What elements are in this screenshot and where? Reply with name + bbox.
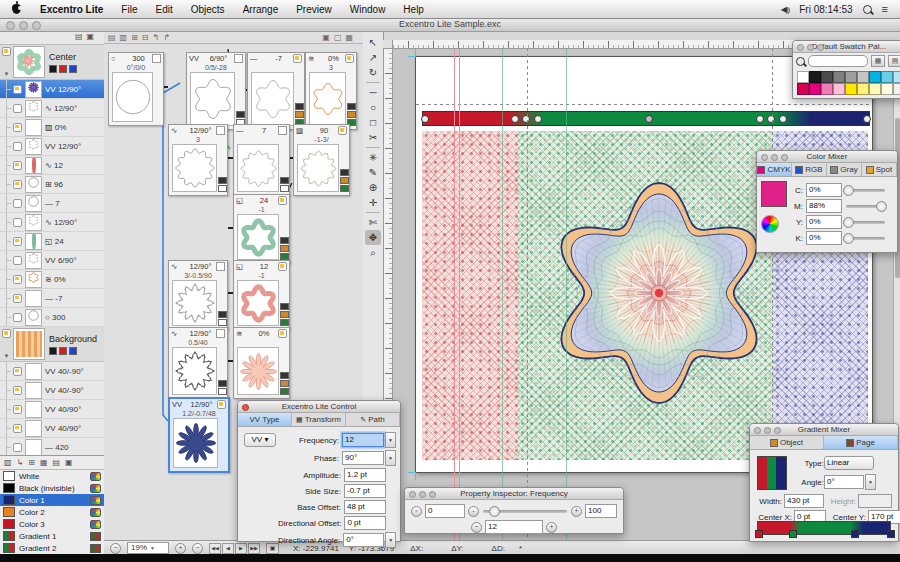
zoom-button[interactable] bbox=[32, 21, 41, 30]
swatch[interactable] bbox=[881, 83, 893, 95]
layer-group-center[interactable]: ▼Center bbox=[0, 45, 104, 80]
group-visibility-toggle[interactable] bbox=[2, 47, 11, 56]
card-checkbox[interactable] bbox=[152, 54, 161, 63]
gradient-stop-handle[interactable] bbox=[421, 115, 429, 123]
layer-row[interactable]: ▨ 0% bbox=[0, 118, 104, 137]
swatch[interactable] bbox=[821, 71, 833, 83]
node-tool-1[interactable]: ▥ bbox=[120, 33, 128, 42]
group-visibility-toggle[interactable] bbox=[2, 329, 11, 338]
zoom-tool[interactable]: ⌕ bbox=[365, 245, 381, 260]
card-checkbox[interactable] bbox=[216, 126, 225, 135]
color-chip[interactable] bbox=[69, 65, 77, 73]
colors-toolbar-icon-3[interactable]: ▦ bbox=[40, 458, 48, 467]
line-tool[interactable]: ─ bbox=[365, 85, 381, 100]
swatch[interactable] bbox=[893, 83, 900, 95]
layer-visibility-toggle[interactable] bbox=[13, 180, 22, 189]
knife-tool[interactable]: ✄ bbox=[365, 215, 381, 230]
control-value-field[interactable]: 0° bbox=[343, 533, 384, 547]
slider-thumb[interactable] bbox=[489, 506, 500, 517]
swatch[interactable] bbox=[809, 83, 821, 95]
swatch[interactable] bbox=[797, 83, 809, 95]
gradient-width-field[interactable]: 430 pt bbox=[784, 494, 824, 508]
zoom-in-button[interactable]: + bbox=[175, 543, 186, 554]
scissors-tool[interactable]: ✂ bbox=[365, 130, 381, 145]
ellipse-tool[interactable]: ○ bbox=[365, 100, 381, 115]
notification-center-icon[interactable]: ≡ bbox=[882, 3, 888, 15]
node-card-0[interactable]: ○3000°/0/0 bbox=[108, 52, 164, 126]
curve-type-dropdown[interactable]: VV ▾ bbox=[244, 433, 276, 447]
tab-transform[interactable]: ▦Transform bbox=[292, 413, 346, 426]
control-value-field[interactable]: 0 pt bbox=[344, 516, 386, 530]
gradient-stop-handle[interactable] bbox=[863, 115, 871, 123]
gradient-stop-handle[interactable] bbox=[511, 115, 519, 123]
layer-visibility-toggle[interactable] bbox=[13, 161, 22, 170]
zoom-level-field[interactable]: 19%▼ bbox=[127, 542, 169, 554]
layer-visibility-toggle[interactable] bbox=[13, 199, 22, 208]
tab-path[interactable]: ✎Path bbox=[346, 413, 400, 426]
menu-app[interactable]: Excentro Lite bbox=[31, 1, 112, 18]
color-chip[interactable] bbox=[69, 347, 77, 355]
gradient-strip-object[interactable] bbox=[422, 111, 870, 126]
layer-row[interactable]: — -7 bbox=[0, 289, 104, 308]
list-view-button[interactable]: ▤ bbox=[888, 55, 900, 67]
swatch[interactable] bbox=[869, 71, 881, 83]
slider-thumb[interactable] bbox=[843, 185, 854, 196]
layer-row[interactable]: VV 40/90° bbox=[0, 400, 104, 419]
mixer-slider[interactable] bbox=[846, 221, 885, 224]
control-value-field[interactable]: 12 bbox=[342, 433, 384, 447]
slider-max-icon[interactable]: + bbox=[571, 506, 582, 517]
layer-row[interactable]: ◱ 24 bbox=[0, 232, 104, 251]
max-field[interactable]: 100 bbox=[585, 504, 617, 518]
node-card-5[interactable]: —7 bbox=[233, 124, 290, 196]
minimize-button[interactable] bbox=[19, 21, 28, 30]
gradient-stop[interactable] bbox=[887, 530, 895, 538]
swatch[interactable] bbox=[809, 71, 821, 83]
node-tool-5[interactable]: ↱ bbox=[163, 33, 170, 42]
layer-row[interactable]: ∿ 12/90° bbox=[0, 213, 104, 232]
card-visibility-toggle[interactable] bbox=[278, 196, 287, 205]
apple-icon[interactable] bbox=[12, 4, 21, 14]
color-chip[interactable] bbox=[59, 65, 67, 73]
mixer-value-field[interactable]: 0% bbox=[806, 215, 842, 229]
layer-row[interactable]: VV 40/-90° bbox=[0, 362, 104, 381]
tab-cmyk[interactable]: CMYK bbox=[757, 163, 792, 176]
layer-visibility-toggle[interactable] bbox=[13, 123, 22, 132]
swatch[interactable] bbox=[845, 71, 857, 83]
layer-row[interactable]: — 420 bbox=[0, 438, 104, 455]
rosette-object[interactable] bbox=[539, 173, 779, 413]
field-stepper[interactable]: ▼ bbox=[385, 432, 396, 448]
card-checkbox[interactable] bbox=[278, 126, 287, 135]
frequency-slider[interactable] bbox=[483, 510, 567, 513]
color-wheel-icon[interactable] bbox=[761, 215, 779, 233]
color-item-color-3[interactable]: Color 3 bbox=[0, 518, 104, 530]
color-item-black-invisible[interactable]: Black (invisible) bbox=[0, 482, 104, 494]
pattern-tool[interactable]: ✳ bbox=[365, 150, 381, 165]
mixer-value-field[interactable]: 88% bbox=[806, 199, 842, 213]
colors-toolbar-icon-4[interactable]: ▤ bbox=[53, 458, 61, 467]
property-inspector-title[interactable]: Property Inspector: Frequency bbox=[405, 488, 623, 500]
layer-visibility-toggle[interactable] bbox=[13, 104, 22, 113]
control-value-field[interactable]: 90° bbox=[342, 451, 384, 465]
field-stepper[interactable]: ▼ bbox=[385, 450, 396, 466]
node-tool-4[interactable]: ↰ bbox=[153, 33, 160, 42]
card-checkbox[interactable] bbox=[216, 329, 225, 338]
layer-row[interactable]: ⊞ 96 bbox=[0, 175, 104, 194]
gradient-stops-bar[interactable] bbox=[757, 521, 891, 535]
slider-thumb[interactable] bbox=[876, 201, 887, 212]
swatch-palette-title[interactable]: Default Swatch Pal... bbox=[793, 41, 900, 53]
color-mixer-title[interactable]: Color Mixer bbox=[757, 151, 897, 163]
zoom-out-button[interactable]: − bbox=[110, 543, 121, 554]
node-card-9[interactable]: ◱12-1 bbox=[233, 260, 290, 330]
card-visibility-toggle[interactable] bbox=[278, 329, 287, 338]
node-card-3[interactable]: ≋0%3 bbox=[305, 52, 357, 130]
layer-row[interactable]: ∿ 12 bbox=[0, 156, 104, 175]
tab-gray[interactable]: Gray bbox=[827, 163, 862, 176]
colors-toolbar-icon-0[interactable]: ▧ bbox=[4, 458, 12, 467]
node-tool-2[interactable]: ⊞ bbox=[131, 33, 138, 42]
node-card-2[interactable]: —-7 bbox=[247, 52, 305, 130]
layer-visibility-toggle[interactable] bbox=[13, 424, 22, 433]
direct-select-tool[interactable]: ↗ bbox=[365, 50, 381, 65]
gradient-center-handle[interactable] bbox=[645, 115, 653, 123]
card-visibility-toggle[interactable] bbox=[278, 262, 287, 271]
node-card-7[interactable]: ◱24-1 bbox=[233, 194, 290, 264]
